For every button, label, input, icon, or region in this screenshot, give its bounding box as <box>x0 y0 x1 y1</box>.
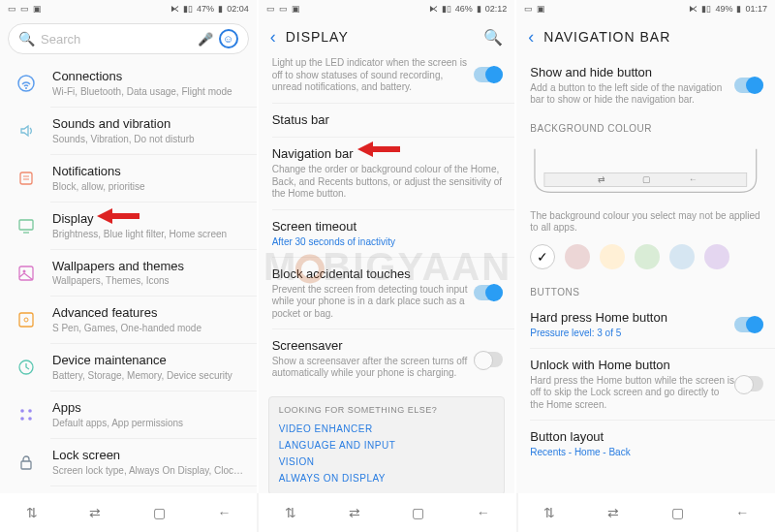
page-title: NAVIGATION BAR <box>543 29 763 45</box>
color-swatch[interactable] <box>565 244 590 269</box>
status-app-icon: ▭ <box>266 4 276 14</box>
color-swatch[interactable] <box>600 244 625 269</box>
item-title: Wallpapers and themes <box>52 259 245 275</box>
block-touches-item[interactable]: Block accidental touches Prevent the scr… <box>259 258 515 329</box>
settings-item-display[interactable]: DisplayBrightness, Blue light filter, Ho… <box>0 203 257 249</box>
svg-point-12 <box>20 409 24 413</box>
screen-timeout-item[interactable]: Screen timeout After 30 seconds of inact… <box>259 210 515 257</box>
svg-point-1 <box>25 87 27 89</box>
status-app-icon: ▣ <box>537 4 546 14</box>
item-sub: Block, allow, prioritise <box>52 181 245 193</box>
show-hide-toggle[interactable] <box>734 78 763 93</box>
clock-text: 02:04 <box>227 4 249 14</box>
battery-icon: ▮ <box>736 4 741 14</box>
battery-text: 47% <box>197 4 214 14</box>
svg-point-15 <box>28 417 32 421</box>
related-link[interactable]: LANGUAGE AND INPUT <box>279 437 495 454</box>
wifi-icon: ⧔ <box>170 4 179 14</box>
item-sub: Brightness, Blue light filter, Home scre… <box>52 229 245 240</box>
back-button[interactable]: ← <box>477 505 490 520</box>
annotation-arrow <box>97 208 140 224</box>
screensaver-item[interactable]: Screensaver Show a screensaver after the… <box>259 329 515 389</box>
recents-button[interactable]: ⇄ <box>89 505 101 520</box>
pin-icon[interactable]: ⇅ <box>543 505 555 520</box>
settings-root-panel: ▭▭▣ ⧔ ▮▯ 47% ▮ 02:04 🔍 Search 🎤 ☺ Connec… <box>0 0 259 493</box>
clock-text: 01:17 <box>745 4 767 14</box>
section-label: BACKGROUND COLOUR <box>516 115 775 138</box>
pin-icon[interactable]: ⇅ <box>285 505 296 520</box>
settings-item-adv[interactable]: Advanced featuresS Pen, Games, One-hande… <box>0 297 257 343</box>
back-icon[interactable]: ‹ <box>528 27 534 47</box>
settings-item-wall[interactable]: Wallpapers and themesWallpapers, Themes,… <box>0 250 257 297</box>
adv-icon <box>14 307 39 332</box>
related-link[interactable]: VIDEO ENHANCER <box>279 421 495 437</box>
svg-text:▢: ▢ <box>643 174 652 184</box>
item-sub: Battery, Storage, Memory, Device securit… <box>52 370 245 382</box>
item-sub: Wi-Fi, Bluetooth, Data usage, Flight mod… <box>52 86 245 98</box>
item-desc: Show a screensaver after the screen turn… <box>272 356 475 380</box>
system-navbar: ⇅ ⇄ ▢ ← <box>259 493 517 532</box>
search-icon[interactable]: 🔍 <box>483 28 503 47</box>
back-button[interactable]: ← <box>218 505 232 520</box>
block-toggle[interactable] <box>474 285 503 300</box>
item-title: Button layout <box>530 429 763 446</box>
settings-item-bio[interactable]: Biometrics and securityIntelligent Scan,… <box>0 486 257 493</box>
search-box[interactable]: 🔍 Search 🎤 ☺ <box>8 23 249 54</box>
button-layout-item[interactable]: Button layout Recents - Home - Back <box>516 421 775 467</box>
hard-press-item[interactable]: Hard press Home button Pressure level: 3… <box>516 301 775 348</box>
item-title: Notifications <box>52 164 245 180</box>
svg-point-8 <box>23 269 26 272</box>
settings-item-wifi[interactable]: ConnectionsWi-Fi, Bluetooth, Data usage,… <box>0 60 257 107</box>
unlock-toggle[interactable] <box>734 376 763 391</box>
wifi-icon: ⧔ <box>429 4 438 14</box>
item-sub: S Pen, Games, One-handed mode <box>52 323 245 334</box>
annotation-arrow <box>357 141 400 157</box>
pin-icon[interactable]: ⇅ <box>26 505 38 520</box>
back-button[interactable]: ← <box>735 505 749 520</box>
settings-item-notif[interactable]: NotificationsBlock, allow, prioritise <box>0 155 257 202</box>
show-hide-item[interactable]: Show and hide button Add a button to the… <box>516 56 775 115</box>
settings-item-lock[interactable]: Lock screenScreen lock type, Always On D… <box>0 439 257 485</box>
recents-button[interactable]: ⇄ <box>607 505 619 520</box>
settings-item-maint[interactable]: Device maintenanceBattery, Storage, Memo… <box>0 344 257 391</box>
display-icon <box>14 213 39 238</box>
status-app-icon: ▭ <box>20 4 30 14</box>
header: ‹ NAVIGATION BAR <box>516 17 775 56</box>
system-navbar: ⇅ ⇄ ▢ ← <box>0 493 259 532</box>
back-icon[interactable]: ‹ <box>270 27 276 47</box>
item-sub: Pressure level: 3 of 5 <box>530 328 734 339</box>
settings-item-apps[interactable]: AppsDefault apps, App permissions <box>0 391 257 438</box>
led-indicator-item[interactable]: Light up the LED indicator when the scre… <box>259 56 515 103</box>
color-swatch[interactable]: ✓ <box>530 244 555 269</box>
settings-item-sound[interactable]: Sounds and vibrationSounds, Vibration, D… <box>0 108 257 154</box>
home-button[interactable]: ▢ <box>153 505 166 520</box>
system-navbar-row: ⇅ ⇄ ▢ ← ⇅ ⇄ ▢ ← ⇅ ⇄ ▢ ← <box>0 493 775 532</box>
navigation-bar-item[interactable]: Navigation bar Change the order or backg… <box>259 138 515 208</box>
system-navbar: ⇅ ⇄ ▢ ← <box>518 493 775 532</box>
unlock-home-item[interactable]: Unlock with Home button Hard press the H… <box>516 349 775 420</box>
saver-toggle[interactable] <box>474 352 503 367</box>
color-swatch[interactable] <box>669 244 695 269</box>
item-sub: Default apps, App permissions <box>52 418 245 429</box>
item-title: Apps <box>52 400 245 417</box>
status-app-icon: ▣ <box>292 4 301 14</box>
profile-icon[interactable]: ☺ <box>219 29 238 48</box>
status-bar-item[interactable]: Status bar <box>259 104 515 138</box>
related-link[interactable]: ALWAYS ON DISPLAY <box>279 470 495 486</box>
related-link[interactable]: VISION <box>279 454 495 470</box>
home-button[interactable]: ▢ <box>671 505 684 520</box>
section-label: BUTTONS <box>516 279 775 301</box>
item-title: Show and hide button <box>530 65 734 81</box>
header: ‹ DISPLAY 🔍 <box>259 17 515 56</box>
mic-icon[interactable]: 🎤 <box>198 32 213 47</box>
color-swatch[interactable] <box>704 244 729 269</box>
item-desc: The background colour you select may not… <box>530 210 763 235</box>
led-toggle[interactable] <box>474 67 503 82</box>
search-placeholder: Search <box>41 32 198 47</box>
sound-icon <box>14 118 39 143</box>
home-button[interactable]: ▢ <box>412 505 424 520</box>
svg-point-14 <box>20 417 24 421</box>
hard-press-toggle[interactable] <box>734 317 763 332</box>
recents-button[interactable]: ⇄ <box>349 505 360 520</box>
color-swatch[interactable] <box>635 244 660 269</box>
